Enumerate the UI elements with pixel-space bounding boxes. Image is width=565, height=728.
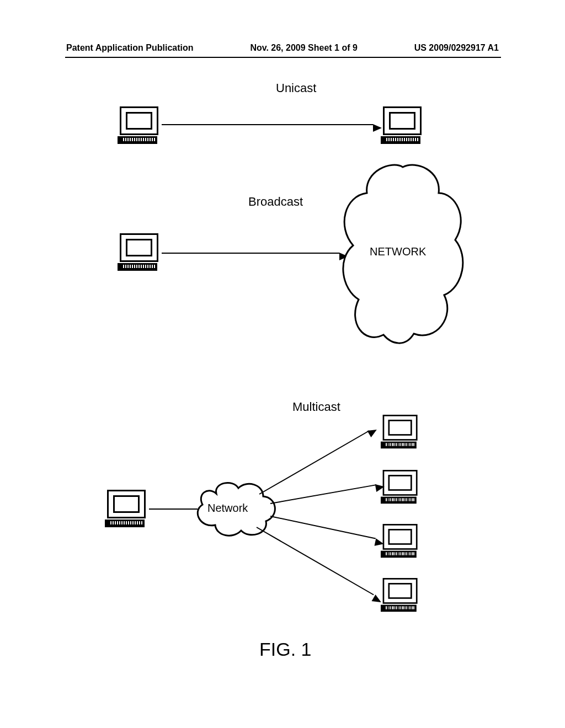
computer-icon [105,490,148,528]
arrow-line [162,124,373,125]
arrow-line [257,527,374,595]
page-header: Patent Application Publication Nov. 26, … [66,43,499,53]
monitor-icon [120,233,158,262]
monitor-icon [383,415,418,441]
arrow-line [259,430,370,495]
header-left: Patent Application Publication [66,43,194,53]
keyboard-icon [381,551,417,558]
computer-icon [381,415,419,449]
computer-icon [118,233,161,272]
network-cloud-small-label: Network [207,502,248,515]
computer-icon [381,524,419,559]
arrow-line [162,253,339,254]
connector-line [149,508,198,510]
monitor-icon [383,470,418,496]
header-rule [65,57,501,58]
keyboard-icon [381,497,417,504]
network-cloud-large-label: NETWORK [370,245,426,258]
figure-caption: FIG. 1 [259,639,311,660]
label-broadcast: Broadcast [248,195,303,209]
keyboard-icon [381,136,420,144]
arrowhead-icon [373,124,382,132]
keyboard-icon [118,263,157,271]
computer-icon [381,106,424,145]
arrowhead-icon [375,483,385,492]
computer-icon [381,470,419,505]
page: Patent Application Publication Nov. 26, … [0,0,565,728]
arrowhead-icon [367,426,379,437]
monitor-icon [383,578,418,604]
monitor-icon [120,106,158,135]
keyboard-icon [381,605,417,612]
header-center: Nov. 26, 2009 Sheet 1 of 9 [250,43,357,53]
header-right: US 2009/0292917 A1 [414,43,499,53]
arrowhead-icon [375,538,385,548]
computer-icon [381,578,419,613]
computer-icon [118,106,161,145]
monitor-icon [383,524,418,550]
monitor-icon [383,106,422,135]
label-multicast: Multicast [292,400,340,414]
label-unicast: Unicast [276,81,316,95]
arrow-line [270,484,376,504]
keyboard-icon [105,520,145,527]
keyboard-icon [118,136,157,144]
arrow-line [270,516,376,539]
keyboard-icon [381,442,417,449]
monitor-icon [107,490,146,518]
